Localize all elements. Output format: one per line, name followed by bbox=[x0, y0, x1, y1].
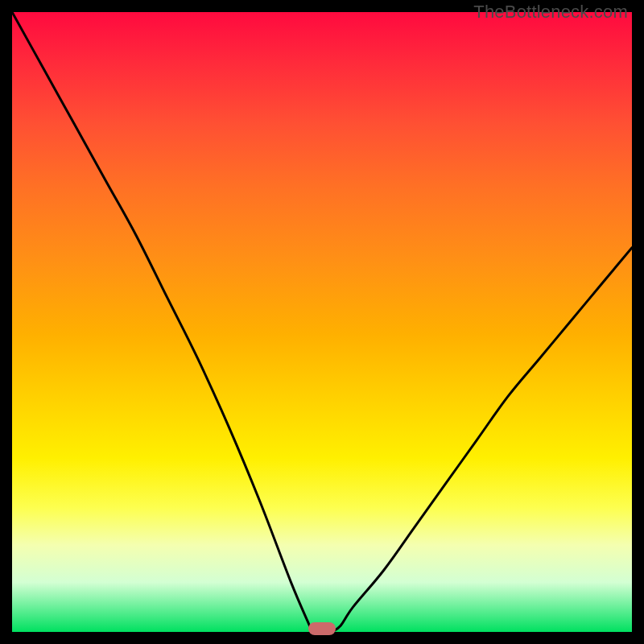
bottleneck-curve bbox=[12, 12, 632, 632]
chart-plot-area bbox=[12, 12, 632, 632]
chart-frame: TheBottleneck.com bbox=[0, 0, 644, 644]
optimal-point-marker bbox=[308, 622, 336, 635]
curve-path bbox=[12, 12, 632, 632]
